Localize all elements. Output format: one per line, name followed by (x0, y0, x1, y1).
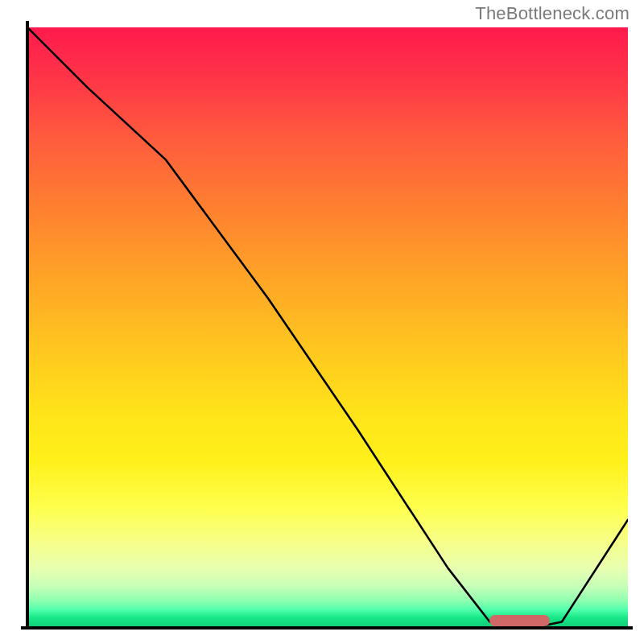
optimal-range-marker (489, 615, 550, 626)
attribution-text: TheBottleneck.com (475, 3, 630, 24)
bottleneck-curve (27, 27, 628, 628)
plot-area (27, 27, 628, 628)
